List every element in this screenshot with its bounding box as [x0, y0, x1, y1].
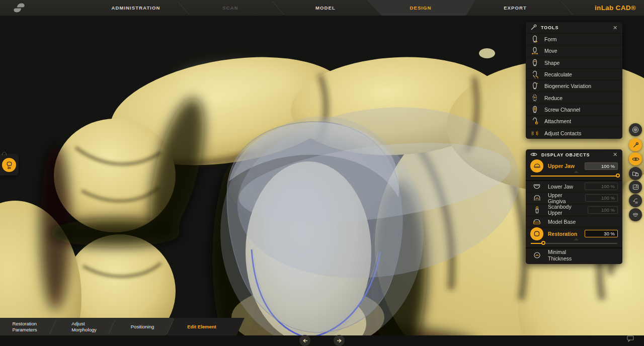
opacity-value: 100 % — [585, 183, 618, 190]
close-icon[interactable]: ✕ — [613, 25, 618, 31]
step-positioning[interactable]: Positioning — [131, 318, 154, 335]
object-row-minimal-thickness[interactable]: Minimal Thickness — [526, 247, 622, 262]
object-row-upper-gingiva[interactable]: Upper Gingiva 100 % — [526, 192, 622, 204]
arrow-left-icon — [302, 338, 308, 343]
phase-model[interactable]: MODEL — [315, 0, 336, 16]
form-tooth-icon — [531, 35, 539, 43]
opacity-value: 100 % — [585, 194, 618, 202]
reduce-tooth-icon — [531, 94, 539, 102]
tool-label: Adjust Contacts — [544, 130, 582, 136]
sirona-logo — [12, 3, 26, 13]
opacity-value: 100 % — [588, 206, 618, 214]
lower-jaw-icon — [530, 183, 543, 190]
tools-wrench-icon — [530, 24, 537, 32]
step-restoration-parameters[interactable]: Restoration Parameters — [12, 318, 37, 335]
tool-label: Screw Channel — [544, 107, 580, 113]
object-label: Restoration — [548, 231, 577, 237]
phase-design[interactable]: DESIGN — [410, 0, 431, 16]
step-separator — [108, 319, 116, 334]
tool-item-form[interactable]: Form — [526, 33, 622, 45]
opacity-value: 30 % — [585, 230, 618, 237]
minimal-thickness-icon — [530, 251, 543, 259]
tools-panel: TOOLS ✕ Form Move Shape Recalculate — [526, 22, 622, 139]
snapshot-icon[interactable] — [629, 181, 642, 194]
screw-channel-icon — [531, 106, 539, 114]
tool-label: Attachment — [544, 118, 571, 124]
object-label: Minimal Thickness — [548, 249, 572, 262]
upper-gingiva-icon — [530, 195, 543, 201]
tool-label: Recalculate — [544, 71, 572, 77]
tool-label: Move — [544, 48, 557, 54]
tools-icon[interactable] — [629, 138, 642, 151]
case-folder-icon[interactable] — [629, 167, 642, 180]
model-base-icon — [530, 219, 543, 225]
design-steps-bar: Restoration Parameters Adjust Morphology… — [0, 318, 245, 335]
recalculate-tooth-icon — [531, 70, 539, 78]
step-separator — [49, 319, 57, 334]
object-label: Upper Jaw — [548, 163, 575, 169]
object-label: Model Base — [548, 219, 576, 225]
phase-separator — [560, 1, 573, 15]
tool-label: Biogeneric Variation — [544, 83, 591, 89]
object-label: Scanbody Upper — [548, 204, 583, 216]
shape-tooth-icon — [531, 59, 539, 67]
view-presets-flyout[interactable]: 3x — [0, 154, 19, 176]
view-cube-icon[interactable] — [629, 123, 642, 136]
share-icon[interactable] — [629, 194, 642, 207]
scanbody-upper-icon — [530, 206, 543, 214]
phase-administration[interactable]: ADMINISTRATION — [111, 0, 160, 16]
display-objects-title: DISPLAY OBJECTS — [541, 152, 590, 157]
object-row-lower-jaw[interactable]: Lower Jaw 100 % — [526, 180, 622, 192]
bottom-strip — [0, 335, 644, 346]
restoration-opacity-slider[interactable] — [526, 239, 622, 247]
attachment-icon — [531, 117, 539, 125]
step-edit-element[interactable]: Edit Element — [187, 318, 216, 335]
opacity-value: 100 % — [585, 162, 618, 170]
object-label: Lower Jaw — [548, 184, 573, 190]
display-objects-icon[interactable] — [629, 152, 642, 165]
restoration-icon — [530, 227, 543, 240]
tool-item-reduce[interactable]: Reduce — [526, 92, 622, 103]
slider-knob[interactable] — [541, 241, 545, 245]
tool-item-recalculate[interactable]: Recalculate — [526, 68, 622, 80]
feedback-chat-icon[interactable] — [626, 335, 634, 344]
badge-count: 3x — [7, 166, 11, 169]
move-tooth-icon — [531, 47, 539, 55]
phase-separator — [272, 1, 284, 15]
tool-item-adjust-contacts[interactable]: Adjust Contacts — [526, 127, 622, 138]
biogeneric-variation-icon — [531, 82, 539, 90]
next-step-button[interactable] — [334, 335, 345, 346]
object-row-scanbody-upper[interactable]: Scanbody Upper 100 % — [526, 204, 622, 216]
phase-scan[interactable]: SCAN — [222, 0, 238, 16]
display-objects-eye-icon — [530, 152, 537, 158]
arrow-right-icon — [337, 338, 342, 343]
object-row-upper-jaw[interactable]: Upper Jaw 100 % — [526, 160, 622, 172]
phase-separator — [177, 1, 189, 15]
object-row-model-base[interactable]: Model Base — [526, 216, 622, 228]
close-icon[interactable]: ✕ — [613, 152, 618, 157]
jaw-mini-icon — [2, 149, 7, 158]
upper-jaw-icon — [530, 159, 543, 172]
top-phase-bar: ADMINISTRATION SCAN MODEL DESIGN EXPORT … — [0, 0, 644, 16]
previous-step-button[interactable] — [299, 335, 310, 346]
display-objects-panel: DISPLAY OBJECTS ✕ Upper Jaw 100 % — [526, 149, 622, 264]
jaw-smile-icon[interactable] — [629, 208, 642, 221]
object-label: Upper Gingiva — [548, 192, 581, 204]
object-row-restoration[interactable]: Restoration 30 % — [526, 227, 622, 239]
slider-knob[interactable] — [616, 174, 620, 178]
tool-item-screw-channel[interactable]: Screw Channel — [526, 104, 622, 115]
tool-label: Form — [544, 36, 557, 42]
tool-item-biogeneric-variation[interactable]: Biogeneric Variation — [526, 80, 622, 92]
tools-panel-title: TOOLS — [541, 25, 558, 30]
inlab-cad-app: ADMINISTRATION SCAN MODEL DESIGN EXPORT … — [0, 0, 644, 346]
tool-item-attachment[interactable]: Attachment — [526, 115, 622, 127]
step-adjust-morphology[interactable]: Adjust Morphology — [71, 318, 97, 335]
upper-jaw-opacity-slider[interactable] — [526, 172, 622, 180]
restoration-views-badge[interactable]: 3x — [2, 158, 16, 172]
tool-item-shape[interactable]: Shape — [526, 57, 622, 68]
tool-item-move[interactable]: Move — [526, 45, 622, 56]
adjust-contacts-icon — [531, 129, 539, 137]
tool-label: Reduce — [544, 95, 562, 101]
app-brand: inLab CAD® — [595, 0, 636, 16]
phase-export[interactable]: EXPORT — [504, 0, 527, 16]
